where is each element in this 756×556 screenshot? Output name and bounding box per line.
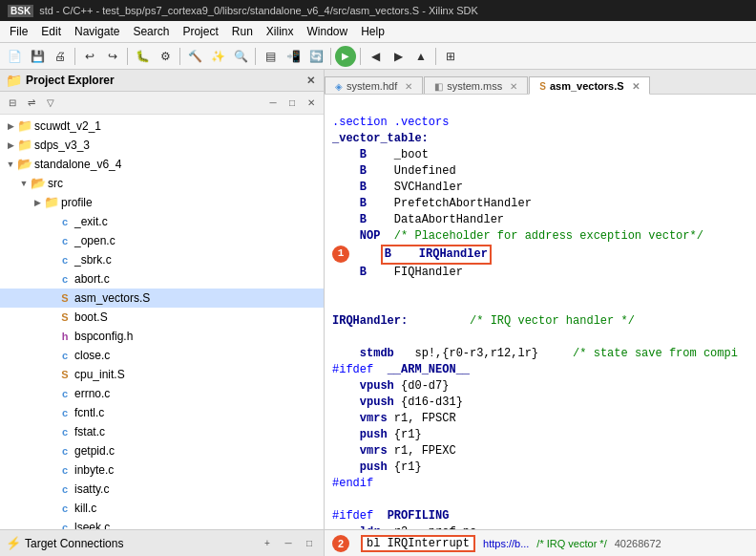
tree-label: close.c	[74, 347, 110, 364]
tree-item-src[interactable]: ▼ 📂 src	[0, 174, 324, 193]
code-line: .section .vectors	[332, 116, 449, 129]
code-line: B SVCHandler	[332, 181, 463, 194]
collapse-all-button[interactable]: ⊟	[4, 95, 21, 112]
menu-navigate[interactable]: Navigate	[69, 23, 125, 40]
tab-label-mss: system.mss	[447, 80, 502, 92]
target-minimize-button[interactable]: ─	[280, 535, 297, 552]
tree-label: inbyte.c	[74, 461, 114, 479]
new-button[interactable]: 📄	[4, 46, 25, 67]
link-editor-button[interactable]: ⇌	[23, 95, 40, 112]
tab-close-asm[interactable]: ✕	[632, 81, 640, 92]
tree-item-close[interactable]: c close.c	[0, 346, 324, 365]
tab-close-mss[interactable]: ✕	[510, 81, 517, 92]
menu-search[interactable]: Search	[127, 23, 175, 40]
tab-close-hdf[interactable]: ✕	[405, 81, 412, 92]
tree-item-errno[interactable]: c errno.c	[0, 384, 324, 403]
search-toolbar-button[interactable]: 🔍	[230, 46, 251, 67]
menu-file[interactable]: File	[4, 23, 33, 40]
tree-arrow: ▼	[17, 175, 31, 192]
menu-xilinx[interactable]: Xilinx	[261, 23, 300, 40]
toolbar-sep5	[330, 48, 331, 65]
tree-item-asm-vectors[interactable]: S asm_vectors.S	[0, 289, 324, 308]
tree-item-open[interactable]: c _open.c	[0, 231, 324, 250]
c-file-icon: c	[57, 271, 73, 287]
code-line: vpush {d16-d31}	[332, 396, 463, 409]
tab-asm-vectors[interactable]: S asm_vectors.S ✕	[529, 76, 649, 95]
tree-item-profile[interactable]: ▶ 📁 profile	[0, 193, 324, 212]
code-line	[332, 331, 339, 344]
menu-help[interactable]: Help	[355, 23, 390, 40]
program-button[interactable]: 📲	[283, 46, 304, 67]
tree-item-fstat[interactable]: c fstat.c	[0, 422, 324, 441]
tree-item-fcntl[interactable]: c fcntl.c	[0, 403, 324, 422]
bottom-link[interactable]: https://b...	[483, 538, 529, 549]
pe-minimize-button[interactable]: ─	[264, 95, 282, 112]
debug-button[interactable]: 🐛	[132, 46, 153, 67]
project-explorer-close-icon[interactable]: ✕	[303, 73, 318, 88]
tree-item-scuwdt[interactable]: ▶ 📁 scuwdt_v2_1	[0, 117, 324, 136]
menu-project[interactable]: Project	[177, 23, 223, 40]
tab-system-mss[interactable]: ◧ system.mss ✕	[424, 76, 528, 94]
bottom-comment: /* IRQ vector */	[536, 538, 606, 549]
undo-button[interactable]: ↩	[79, 46, 100, 67]
tree-item-isatty[interactable]: c isatty.c	[0, 480, 324, 499]
file-tree[interactable]: ▶ 📁 scuwdt_v2_1 ▶ 📁 sdps_v3_3 ▼ 📂 standa…	[0, 115, 324, 529]
save-button[interactable]: 💾	[27, 46, 48, 67]
pe-close-button[interactable]: ✕	[303, 95, 320, 112]
menu-window[interactable]: Window	[302, 23, 354, 40]
tree-label: fstat.c	[74, 423, 105, 440]
code-line: vmrs r1, FPEXC	[332, 444, 456, 458]
code-line	[332, 493, 339, 506]
tree-label: sdps_v3_3	[34, 137, 90, 154]
editor-content[interactable]: .section .vectors _vector_table: B _boot…	[325, 95, 756, 529]
hdf-file-icon: ◈	[335, 81, 343, 92]
build-button[interactable]: 🔨	[184, 46, 205, 67]
editor-bottom: 2 bl IRQInterrupt https://b... /* IRQ ve…	[325, 529, 756, 556]
pe-maximize-button[interactable]: □	[284, 95, 301, 112]
back-button[interactable]: ◀	[365, 46, 386, 67]
clean-button[interactable]: ✨	[207, 46, 228, 67]
menu-edit[interactable]: Edit	[35, 23, 67, 40]
tree-label: kill.c	[74, 500, 96, 517]
redo-button[interactable]: ↪	[102, 46, 123, 67]
tree-item-lseek[interactable]: c lseek.c	[0, 518, 324, 529]
run-button[interactable]: ▶	[335, 46, 356, 67]
tree-item-abort[interactable]: c abort.c	[0, 269, 324, 289]
code-line: IRQHandler: /* IRQ vector handler */	[332, 314, 635, 328]
tree-item-cpu-init[interactable]: S cpu_init.S	[0, 365, 324, 384]
print-button[interactable]: 🖨	[50, 46, 71, 67]
folder-icon: 📁	[44, 195, 59, 210]
tree-item-inbyte[interactable]: c inbyte.c	[0, 460, 324, 480]
tree-label: _exit.c	[74, 213, 108, 230]
code-line: #endif	[332, 477, 373, 490]
tree-item-kill[interactable]: c kill.c	[0, 499, 324, 518]
tree-item-getpid[interactable]: c getpid.c	[0, 441, 324, 460]
pe-filter-button[interactable]: ▽	[42, 95, 59, 112]
mss-file-icon: ◧	[434, 81, 443, 92]
tree-item-sbrk[interactable]: c _sbrk.c	[0, 250, 324, 269]
menu-run[interactable]: Run	[226, 23, 259, 40]
tree-label: errno.c	[74, 385, 110, 402]
code-line	[332, 282, 339, 295]
folder-open-icon: 📂	[17, 157, 32, 172]
c-file-icon: c	[57, 424, 73, 439]
tree-item-standalone[interactable]: ▼ 📂 standalone_v6_4	[0, 155, 324, 174]
open-perspective-button[interactable]: ⊞	[440, 46, 461, 67]
tree-item-exit[interactable]: c _exit.c	[0, 212, 324, 231]
target-add-button[interactable]: +	[259, 535, 276, 552]
c-file-icon: c	[57, 233, 73, 248]
tree-item-bspconfig[interactable]: h bspconfig.h	[0, 327, 324, 346]
forward-button[interactable]: ▶	[388, 46, 409, 67]
tree-label: getpid.c	[74, 442, 115, 460]
bitstream-button[interactable]: ▤	[260, 46, 281, 67]
code-line: push {r1}	[332, 460, 422, 474]
tab-system-hdf[interactable]: ◈ system.hdf ✕	[325, 76, 423, 94]
code-line: #ifdef __ARM_NEON__	[332, 363, 470, 376]
refresh-button[interactable]: 🔄	[305, 46, 326, 67]
up-button[interactable]: ▲	[410, 46, 431, 67]
settings-button[interactable]: ⚙	[155, 46, 176, 67]
target-maximize-button[interactable]: □	[301, 535, 318, 552]
toolbar-sep3	[179, 48, 180, 65]
tree-item-boot[interactable]: S boot.S	[0, 308, 324, 327]
tree-item-sdps[interactable]: ▶ 📁 sdps_v3_3	[0, 136, 324, 155]
